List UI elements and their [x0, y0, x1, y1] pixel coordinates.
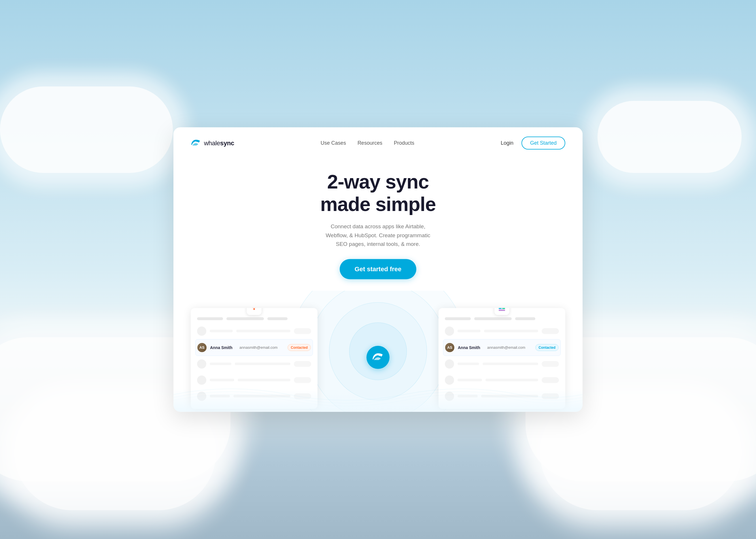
svg-point-0 [196, 141, 198, 142]
ghost-avatar-1 [197, 326, 206, 336]
right-ghost-avatar-1 [445, 326, 454, 336]
cloud-bottom-right-2 [540, 395, 742, 510]
right-table-header [443, 317, 561, 320]
right-ghost-name-1 [457, 330, 481, 332]
cloud-top-left [0, 87, 173, 173]
nav-products[interactable]: Products [394, 140, 414, 146]
header-name-bar [197, 317, 223, 320]
right-header-name-bar [445, 317, 471, 320]
logo[interactable]: whalesync [191, 139, 234, 147]
airtable-icon-container [494, 308, 510, 315]
whale-logo-icon [191, 139, 201, 147]
nav-resources[interactable]: Resources [358, 140, 382, 146]
ghost-status-2 [294, 361, 311, 367]
header-email-bar [227, 317, 264, 320]
airtable-app-icon [494, 308, 510, 315]
right-ghost-status-2 [542, 361, 559, 367]
header-status-bar [267, 317, 288, 320]
right-ghost-row-1 [443, 323, 561, 339]
left-highlighted-row: AS Anna Smith annasmith@email.com Contac… [195, 339, 313, 356]
right-anna-avatar: AS [445, 343, 454, 352]
nav-actions: Login Get Started [501, 137, 565, 150]
ghost-status-1 [294, 328, 311, 334]
svg-point-4 [253, 308, 255, 310]
logo-text: whalesync [204, 139, 234, 147]
hero-section: 2-way sync made simple Connect data acro… [173, 159, 583, 285]
left-anna-avatar-img: AS [197, 343, 207, 352]
hero-subtitle: Connect data across apps like Airtable, … [320, 222, 436, 249]
left-ghost-row-2 [195, 356, 313, 372]
ghost-name-1 [210, 330, 233, 332]
navbar: whalesync Use Cases Resources Products L… [173, 127, 583, 159]
right-header-email-bar [474, 317, 512, 320]
left-anna-name: Anna Smith [210, 345, 236, 349]
left-anna-avatar: AS [197, 343, 207, 352]
center-whalesync-logo [367, 346, 389, 369]
right-header-status-bar [515, 317, 535, 320]
right-ghost-email-2 [483, 363, 538, 365]
center-whale-icon [372, 352, 384, 362]
ghost-name-2 [210, 363, 231, 365]
svg-point-1 [378, 354, 380, 356]
hero-title: 2-way sync made simple [191, 170, 565, 215]
hubspot-app-icon [246, 308, 262, 315]
right-anna-avatar-img: AS [445, 343, 454, 352]
nav-links: Use Cases Resources Products [321, 140, 414, 146]
right-ghost-status-1 [542, 328, 559, 334]
nav-use-cases[interactable]: Use Cases [321, 140, 346, 146]
right-anna-status: Contacted [535, 344, 559, 351]
right-anna-email: annasmith@email.com [487, 345, 532, 349]
ghost-avatar-2 [197, 359, 206, 368]
right-ghost-avatar-2 [445, 359, 454, 368]
svg-rect-12 [502, 308, 505, 309]
demo-area: AS Anna Smith annasmith@email.com Contac… [173, 290, 583, 412]
main-card: whalesync Use Cases Resources Products L… [173, 127, 583, 412]
airtable-svg [498, 308, 506, 311]
cloud-top-right [597, 101, 742, 173]
left-ghost-row-1 [195, 323, 313, 339]
right-anna-name: Anna Smith [458, 345, 484, 349]
right-ghost-row-2 [443, 356, 561, 372]
right-highlighted-row: AS Anna Smith annasmith@email.com Contac… [443, 339, 561, 356]
demo-fade [173, 389, 583, 412]
get-started-nav-button[interactable]: Get Started [521, 137, 565, 150]
hubspot-icon-container [246, 308, 262, 315]
hubspot-svg [250, 308, 258, 311]
svg-rect-13 [499, 309, 505, 311]
cloud-bottom-left-2 [14, 395, 216, 510]
left-anna-email: annasmith@email.com [240, 345, 284, 349]
right-ghost-name-2 [457, 363, 479, 365]
right-ghost-email-1 [484, 330, 538, 332]
left-anna-status: Contacted [288, 344, 311, 351]
cta-button[interactable]: Get started free [340, 259, 417, 279]
svg-rect-11 [499, 308, 502, 309]
ghost-email-1 [236, 330, 290, 332]
left-table-header [195, 317, 313, 320]
login-button[interactable]: Login [501, 140, 514, 146]
ghost-email-2 [235, 363, 290, 365]
